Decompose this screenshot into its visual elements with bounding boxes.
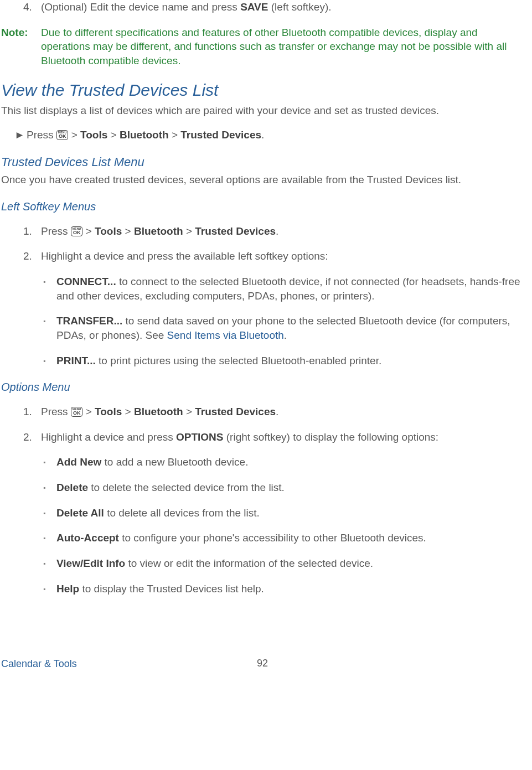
note-label: Note:: [1, 25, 41, 68]
transfer-label: TRANSFER...: [56, 315, 122, 327]
text: to add a new Bluetooth device.: [101, 456, 248, 468]
options-bullets: Add New to add a new Bluetooth device. D…: [1, 455, 524, 596]
text: Press: [41, 406, 71, 417]
list-number: 2.: [23, 249, 41, 263]
text: >: [183, 225, 195, 237]
arrow-icon: ►: [14, 128, 27, 142]
page-number: 92: [257, 657, 268, 670]
nav-instruction: ►Press MENUOK > Tools > Bluetooth > Trus…: [14, 128, 524, 142]
list-number: 4.: [23, 0, 41, 14]
text: Highlight a device and press: [41, 431, 176, 443]
nav-tools: Tools: [80, 129, 107, 141]
options-steps: 1.Press MENUOK > Tools > Bluetooth > Tru…: [1, 405, 524, 444]
text: .: [276, 406, 278, 417]
nav-bluetooth: Bluetooth: [134, 406, 183, 417]
text: to view or edit the information of the s…: [125, 557, 373, 569]
list-item: 2.Highlight a device and press the avail…: [23, 249, 524, 263]
footer-section: Calendar & Tools: [1, 658, 77, 669]
text: (right softkey) to display the following…: [224, 431, 439, 443]
menu-ok-key-icon: MENUOK: [56, 130, 69, 140]
text: >: [169, 129, 181, 141]
list-item: Add New to add a new Bluetooth device.: [56, 455, 524, 469]
auto-accept-label: Auto-Accept: [56, 532, 119, 544]
list-number: 1.: [23, 405, 41, 419]
text: >: [82, 225, 95, 237]
nav-tools: Tools: [95, 225, 122, 237]
paragraph: This list displays a list of devices whi…: [1, 104, 524, 118]
text: (left softkey).: [268, 1, 331, 13]
text: to delete all devices from the list.: [104, 507, 260, 519]
list-item: Help to display the Trusted Devices list…: [56, 582, 524, 596]
nav-bluetooth: Bluetooth: [134, 225, 183, 237]
list-item: 2.Highlight a device and press OPTIONS (…: [23, 430, 524, 445]
note-body: Due to different specifications and feat…: [41, 25, 524, 68]
list-item: PRINT... to print pictures using the sel…: [56, 354, 524, 368]
text: >: [107, 129, 120, 141]
page-footer: Calendar & Tools 92: [1, 657, 524, 673]
help-label: Help: [56, 583, 79, 595]
text: .: [261, 129, 264, 141]
text: to print pictures using the selected Blu…: [96, 355, 382, 366]
menu-ok-key-icon: MENUOK: [71, 407, 83, 417]
paragraph: Once you have created trusted devices, s…: [1, 173, 524, 187]
note-block: Note: Due to different specifications an…: [1, 25, 524, 68]
text: Press: [41, 225, 71, 237]
text: .: [276, 225, 278, 237]
nav-trusted: Trusted Devices: [195, 225, 276, 237]
add-new-label: Add New: [56, 456, 101, 468]
menu-ok-key-icon: MENUOK: [71, 226, 83, 236]
delete-label: Delete: [56, 482, 88, 493]
options-label: OPTIONS: [176, 431, 224, 443]
text: >: [183, 406, 195, 417]
delete-all-label: Delete All: [56, 507, 104, 519]
list-item: CONNECT... to connect to the selected Bl…: [56, 275, 524, 303]
heading-left-softkey: Left Softkey Menus: [1, 199, 524, 214]
list-number: 2.: [23, 430, 41, 445]
connect-label: CONNECT...: [56, 276, 116, 287]
list-item: View/Edit Info to view or edit the infor…: [56, 556, 524, 571]
list-item: TRANSFER... to send data saved on your p…: [56, 314, 524, 342]
list-item: Auto-Accept to configure your phone's ac…: [56, 531, 524, 545]
nav-trusted: Trusted Devices: [195, 406, 276, 417]
list-number: 1.: [23, 224, 41, 239]
heading-view-trusted: View the Trusted Devices List: [1, 79, 524, 102]
nav-tools: Tools: [95, 406, 122, 417]
top-ordered-list: 4.(Optional) Edit the device name and pr…: [1, 0, 524, 14]
heading-options-menu: Options Menu: [1, 380, 524, 395]
list-item: 1.Press MENUOK > Tools > Bluetooth > Tru…: [23, 405, 524, 419]
left-softkey-steps: 1.Press MENUOK > Tools > Bluetooth > Tru…: [1, 224, 524, 263]
text: to configure your phone's accessibility …: [119, 532, 426, 544]
text: >: [68, 129, 80, 141]
text: Press: [27, 129, 56, 141]
print-label: PRINT...: [56, 355, 96, 366]
text: to display the Trusted Devices list help…: [79, 583, 264, 595]
text: to delete the selected device from the l…: [88, 482, 285, 493]
list-item: Delete All to delete all devices from th…: [56, 506, 524, 520]
heading-trusted-menu: Trusted Devices List Menu: [1, 154, 524, 170]
view-edit-label: View/Edit Info: [56, 557, 125, 569]
text: >: [122, 406, 134, 417]
list-item: Delete to delete the selected device fro…: [56, 480, 524, 495]
list-item: 4.(Optional) Edit the device name and pr…: [23, 0, 524, 14]
list-item: 1.Press MENUOK > Tools > Bluetooth > Tru…: [23, 224, 524, 239]
nav-bluetooth: Bluetooth: [120, 129, 169, 141]
text: (Optional) Edit the device name and pres…: [41, 1, 240, 13]
nav-trusted: Trusted Devices: [180, 129, 261, 141]
save-label: SAVE: [240, 1, 268, 13]
text: >: [122, 225, 134, 237]
text: Highlight a device and press the availab…: [41, 250, 328, 262]
text: .: [284, 329, 287, 341]
left-softkey-bullets: CONNECT... to connect to the selected Bl…: [1, 275, 524, 368]
text: >: [82, 406, 95, 417]
text: to connect to the selected Bluetooth dev…: [56, 276, 520, 302]
send-items-link[interactable]: Send Items via Bluetooth: [167, 329, 284, 341]
